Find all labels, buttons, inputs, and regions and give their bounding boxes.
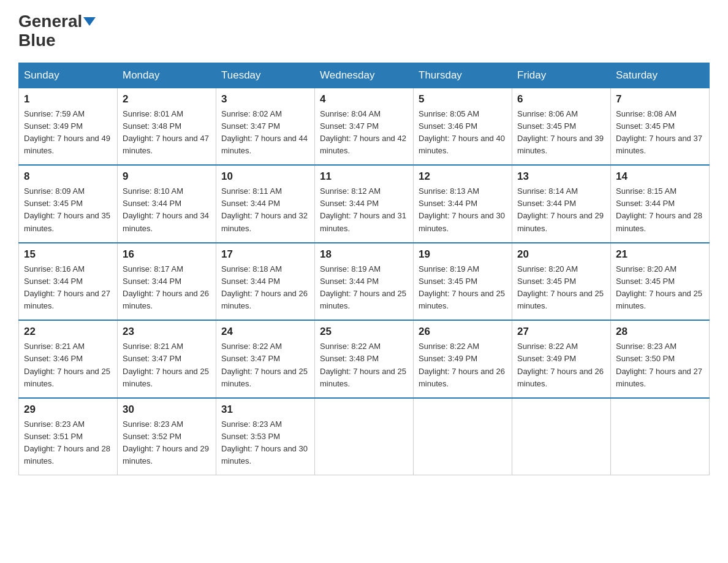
day-number: 28 — [616, 326, 704, 338]
day-cell: 17 Sunrise: 8:18 AMSunset: 3:44 PMDaylig… — [216, 243, 315, 321]
header-wednesday: Wednesday — [315, 63, 414, 88]
day-info: Sunrise: 8:14 AMSunset: 3:44 PMDaylight:… — [517, 186, 604, 232]
day-info: Sunrise: 7:59 AMSunset: 3:49 PMDaylight:… — [24, 109, 110, 155]
day-cell: 20 Sunrise: 8:20 AMSunset: 3:45 PMDaylig… — [512, 243, 611, 321]
day-info: Sunrise: 8:01 AMSunset: 3:48 PMDaylight:… — [123, 109, 209, 155]
day-info: Sunrise: 8:05 AMSunset: 3:46 PMDaylight:… — [419, 109, 505, 155]
day-cell: 21 Sunrise: 8:20 AMSunset: 3:45 PMDaylig… — [611, 243, 710, 321]
day-cell: 14 Sunrise: 8:15 AMSunset: 3:44 PMDaylig… — [611, 165, 710, 243]
day-info: Sunrise: 8:10 AMSunset: 3:44 PMDaylight:… — [123, 186, 209, 232]
day-number: 31 — [221, 404, 309, 416]
day-info: Sunrise: 8:08 AMSunset: 3:45 PMDaylight:… — [616, 109, 702, 155]
day-info: Sunrise: 8:22 AMSunset: 3:47 PMDaylight:… — [221, 342, 308, 388]
day-info: Sunrise: 8:20 AMSunset: 3:45 PMDaylight:… — [517, 264, 604, 310]
day-cell: 25 Sunrise: 8:22 AMSunset: 3:48 PMDaylig… — [315, 320, 414, 398]
day-cell: 9 Sunrise: 8:10 AMSunset: 3:44 PMDayligh… — [118, 165, 216, 243]
day-info: Sunrise: 8:11 AMSunset: 3:44 PMDaylight:… — [221, 186, 308, 232]
day-number: 9 — [123, 170, 211, 183]
day-info: Sunrise: 8:19 AMSunset: 3:45 PMDaylight:… — [419, 264, 505, 310]
header-tuesday: Tuesday — [216, 63, 315, 88]
day-info: Sunrise: 8:19 AMSunset: 3:44 PMDaylight:… — [320, 264, 406, 310]
week-row-2: 8 Sunrise: 8:09 AMSunset: 3:45 PMDayligh… — [19, 165, 710, 243]
day-info: Sunrise: 8:18 AMSunset: 3:44 PMDaylight:… — [221, 264, 308, 310]
page-header: General Blue — [18, 12, 710, 50]
day-number: 10 — [221, 170, 309, 183]
day-cell: 29 Sunrise: 8:23 AMSunset: 3:51 PMDaylig… — [19, 398, 118, 475]
day-cell: 15 Sunrise: 8:16 AMSunset: 3:44 PMDaylig… — [19, 243, 118, 321]
day-info: Sunrise: 8:15 AMSunset: 3:44 PMDaylight:… — [616, 186, 702, 232]
week-row-1: 1 Sunrise: 7:59 AMSunset: 3:49 PMDayligh… — [19, 88, 710, 165]
day-cell: 23 Sunrise: 8:21 AMSunset: 3:47 PMDaylig… — [118, 320, 216, 398]
day-info: Sunrise: 8:22 AMSunset: 3:49 PMDaylight:… — [517, 342, 604, 388]
day-info: Sunrise: 8:23 AMSunset: 3:51 PMDaylight:… — [24, 419, 110, 465]
week-row-4: 22 Sunrise: 8:21 AMSunset: 3:46 PMDaylig… — [19, 320, 710, 398]
day-info: Sunrise: 8:04 AMSunset: 3:47 PMDaylight:… — [320, 109, 406, 155]
day-number: 26 — [419, 326, 507, 338]
logo-blue: Blue — [18, 31, 56, 50]
day-number: 2 — [123, 93, 211, 105]
day-number: 29 — [24, 404, 112, 416]
header-friday: Friday — [512, 63, 611, 88]
day-number: 30 — [123, 404, 211, 416]
day-cell: 12 Sunrise: 8:13 AMSunset: 3:44 PMDaylig… — [414, 165, 512, 243]
day-cell: 16 Sunrise: 8:17 AMSunset: 3:44 PMDaylig… — [118, 243, 216, 321]
header-monday: Monday — [118, 63, 216, 88]
day-cell: 24 Sunrise: 8:22 AMSunset: 3:47 PMDaylig… — [216, 320, 315, 398]
header-thursday: Thursday — [414, 63, 512, 88]
header-sunday: Sunday — [19, 63, 118, 88]
day-number: 20 — [517, 248, 605, 261]
day-number: 25 — [320, 326, 408, 338]
day-number: 19 — [419, 248, 507, 261]
logo: General Blue — [18, 12, 96, 50]
day-cell — [512, 398, 611, 475]
day-info: Sunrise: 8:20 AMSunset: 3:45 PMDaylight:… — [616, 264, 702, 310]
day-number: 7 — [616, 93, 704, 105]
day-cell: 22 Sunrise: 8:21 AMSunset: 3:46 PMDaylig… — [19, 320, 118, 398]
day-info: Sunrise: 8:16 AMSunset: 3:44 PMDaylight:… — [24, 264, 110, 310]
day-cell: 28 Sunrise: 8:23 AMSunset: 3:50 PMDaylig… — [611, 320, 710, 398]
day-info: Sunrise: 8:13 AMSunset: 3:44 PMDaylight:… — [419, 186, 505, 232]
day-cell: 3 Sunrise: 8:02 AMSunset: 3:47 PMDayligh… — [216, 88, 315, 165]
day-cell: 10 Sunrise: 8:11 AMSunset: 3:44 PMDaylig… — [216, 165, 315, 243]
day-number: 12 — [419, 170, 507, 183]
day-number: 24 — [221, 326, 309, 338]
day-info: Sunrise: 8:23 AMSunset: 3:52 PMDaylight:… — [123, 419, 209, 465]
day-info: Sunrise: 8:17 AMSunset: 3:44 PMDaylight:… — [123, 264, 209, 310]
day-number: 5 — [419, 93, 507, 105]
day-cell: 11 Sunrise: 8:12 AMSunset: 3:44 PMDaylig… — [315, 165, 414, 243]
day-cell: 8 Sunrise: 8:09 AMSunset: 3:45 PMDayligh… — [19, 165, 118, 243]
logo-general: General — [18, 12, 82, 31]
day-cell: 27 Sunrise: 8:22 AMSunset: 3:49 PMDaylig… — [512, 320, 611, 398]
day-info: Sunrise: 8:23 AMSunset: 3:50 PMDaylight:… — [616, 342, 702, 388]
day-info: Sunrise: 8:22 AMSunset: 3:49 PMDaylight:… — [419, 342, 505, 388]
day-cell: 18 Sunrise: 8:19 AMSunset: 3:44 PMDaylig… — [315, 243, 414, 321]
day-info: Sunrise: 8:12 AMSunset: 3:44 PMDaylight:… — [320, 186, 406, 232]
week-row-3: 15 Sunrise: 8:16 AMSunset: 3:44 PMDaylig… — [19, 243, 710, 321]
day-cell — [315, 398, 414, 475]
day-cell — [414, 398, 512, 475]
days-header-row: SundayMondayTuesdayWednesdayThursdayFrid… — [19, 63, 710, 88]
day-number: 15 — [24, 248, 112, 261]
day-cell: 6 Sunrise: 8:06 AMSunset: 3:45 PMDayligh… — [512, 88, 611, 165]
day-cell: 5 Sunrise: 8:05 AMSunset: 3:46 PMDayligh… — [414, 88, 512, 165]
day-number: 13 — [517, 170, 605, 183]
day-cell: 19 Sunrise: 8:19 AMSunset: 3:45 PMDaylig… — [414, 243, 512, 321]
day-number: 8 — [24, 170, 112, 183]
day-info: Sunrise: 8:23 AMSunset: 3:53 PMDaylight:… — [221, 419, 308, 465]
day-info: Sunrise: 8:06 AMSunset: 3:45 PMDaylight:… — [517, 109, 604, 155]
day-number: 17 — [221, 248, 309, 261]
day-cell: 4 Sunrise: 8:04 AMSunset: 3:47 PMDayligh… — [315, 88, 414, 165]
day-number: 3 — [221, 93, 309, 105]
day-number: 11 — [320, 170, 408, 183]
logo-triangle-icon — [83, 17, 96, 26]
day-number: 22 — [24, 326, 112, 338]
day-number: 18 — [320, 248, 408, 261]
header-saturday: Saturday — [611, 63, 710, 88]
day-info: Sunrise: 8:21 AMSunset: 3:46 PMDaylight:… — [24, 342, 110, 388]
day-cell: 30 Sunrise: 8:23 AMSunset: 3:52 PMDaylig… — [118, 398, 216, 475]
day-info: Sunrise: 8:02 AMSunset: 3:47 PMDaylight:… — [221, 109, 308, 155]
day-cell — [611, 398, 710, 475]
day-number: 27 — [517, 326, 605, 338]
day-number: 16 — [123, 248, 211, 261]
day-info: Sunrise: 8:09 AMSunset: 3:45 PMDaylight:… — [24, 186, 110, 232]
